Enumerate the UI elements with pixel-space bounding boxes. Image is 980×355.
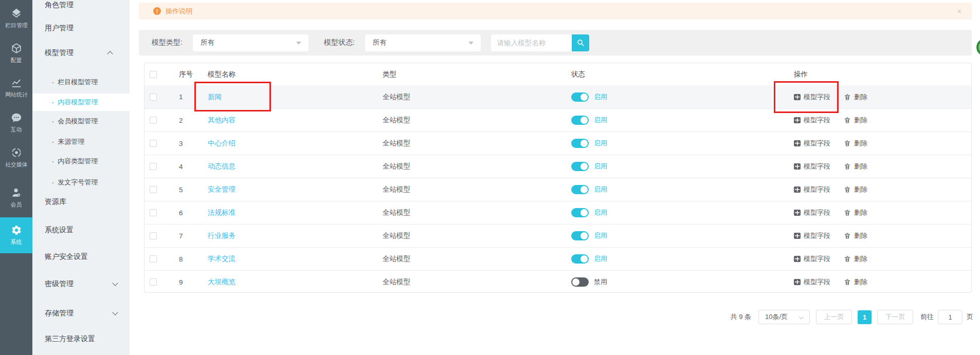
row-checkbox[interactable]: [150, 163, 157, 170]
model-status-select[interactable]: 所有: [365, 34, 481, 51]
rail-item-interaction[interactable]: 互动: [0, 108, 32, 138]
rail-item-system[interactable]: 系统: [0, 217, 32, 253]
model-fields-button[interactable]: 模型字段: [794, 139, 830, 148]
model-name-link[interactable]: 中心介绍: [208, 139, 383, 148]
header-seq: 序号: [179, 70, 208, 79]
table-icon: [794, 210, 801, 216]
sidebar-item-secrecy-mgmt[interactable]: 密级管理: [32, 275, 130, 293]
search-button[interactable]: [572, 34, 589, 51]
status-toggle[interactable]: [571, 139, 589, 148]
status-toggle[interactable]: [571, 208, 589, 217]
row-checkbox[interactable]: [150, 186, 157, 193]
model-fields-button[interactable]: 模型字段: [794, 92, 830, 102]
next-page-button[interactable]: 下一页: [877, 310, 913, 324]
status-label: 启用: [594, 92, 607, 102]
sidebar-item-model-mgmt[interactable]: 模型管理: [32, 44, 130, 62]
row-checkbox[interactable]: [150, 140, 157, 147]
delete-button[interactable]: 删除: [844, 92, 867, 102]
status-toggle[interactable]: [571, 185, 589, 194]
delete-label: 删除: [854, 277, 867, 287]
row-checkbox[interactable]: [150, 232, 157, 239]
model-type-select[interactable]: 所有: [193, 34, 308, 51]
sidebar-item-storage-mgmt[interactable]: 存储管理: [32, 305, 130, 322]
delete-button[interactable]: 删除: [844, 139, 867, 148]
status-toggle[interactable]: [571, 116, 589, 125]
delete-button[interactable]: 删除: [844, 116, 867, 125]
model-name-link[interactable]: 其他内容: [208, 116, 383, 125]
delete-button[interactable]: 删除: [844, 208, 867, 217]
table-row: 8 学术交流 全站模型 启用 模型字段 删除: [144, 247, 971, 270]
model-name-link[interactable]: 安全管理: [208, 185, 383, 194]
sidebar-item-account-security[interactable]: 账户安全设置: [32, 248, 130, 266]
model-fields-button[interactable]: 模型字段: [794, 185, 830, 194]
header-actions: 操作: [794, 70, 971, 79]
row-checkbox[interactable]: [150, 94, 157, 101]
row-seq: 6: [179, 209, 208, 217]
status-toggle[interactable]: [571, 162, 589, 171]
rail-item-config[interactable]: 配置: [0, 39, 32, 68]
row-checkbox[interactable]: [150, 278, 157, 286]
delete-button[interactable]: 删除: [844, 185, 867, 194]
delete-button[interactable]: 删除: [844, 231, 867, 240]
rail-item-column-mgmt[interactable]: 栏目管理: [0, 4, 32, 33]
sidebar-item-column-model-mgmt[interactable]: 栏目模型管理: [32, 73, 130, 91]
model-fields-button[interactable]: 模型字段: [794, 231, 830, 240]
row-checkbox[interactable]: [150, 255, 157, 263]
goto-page-input[interactable]: [938, 310, 963, 324]
prev-page-button[interactable]: 上一页: [816, 310, 852, 324]
model-fields-button[interactable]: 模型字段: [794, 208, 830, 217]
model-name-link[interactable]: 行业服务: [208, 231, 383, 240]
caret-down-icon: [296, 42, 301, 45]
model-name-link[interactable]: 学术交流: [208, 254, 383, 264]
model-name-link[interactable]: 法规标准: [208, 208, 383, 217]
chevron-down-icon: [112, 309, 118, 315]
status-toggle[interactable]: [571, 277, 589, 287]
delete-button[interactable]: 删除: [844, 254, 867, 264]
delete-button[interactable]: 删除: [844, 162, 867, 171]
sidebar-item-doc-number-mgmt[interactable]: 发文字号管理: [32, 174, 130, 191]
model-fields-button[interactable]: 模型字段: [794, 277, 830, 287]
delete-label: 删除: [854, 185, 867, 194]
main-content: ! 操作说明 × 模型类型: 所有 模型状态: 所有 序号 模型名称 类型 状态…: [130, 0, 980, 355]
table-icon: [794, 256, 801, 262]
model-fields-button[interactable]: 模型字段: [794, 116, 830, 125]
page-size-select[interactable]: 10条/页: [758, 310, 810, 324]
rail-item-social-media[interactable]: 社交媒体: [0, 143, 32, 173]
sidebar-item-system-settings[interactable]: 系统设置: [32, 221, 130, 239]
sidebar-item-thirdparty-login[interactable]: 第三方登录设置: [32, 330, 130, 348]
sidebar-item-source-mgmt[interactable]: 来源管理: [32, 133, 130, 151]
search-icon: [576, 39, 585, 47]
rail-item-site-stats[interactable]: 网站统计: [0, 73, 32, 103]
table-row: 3 中心介绍 全站模型 启用 模型字段 删除: [144, 132, 971, 155]
chat-icon: [11, 112, 22, 123]
model-name-link[interactable]: 大坝概览: [208, 277, 383, 287]
sidebar-item-content-model-mgmt[interactable]: 内容模型管理: [32, 94, 130, 111]
rail-item-member[interactable]: 会员: [0, 183, 32, 213]
status-toggle[interactable]: [571, 92, 589, 102]
status-label: 启用: [594, 208, 607, 217]
delete-button[interactable]: 删除: [844, 277, 867, 287]
sidebar-item-content-type-mgmt[interactable]: 内容类型管理: [32, 153, 130, 170]
sidebar-item-role-mgmt[interactable]: 角色管理: [32, 0, 130, 14]
row-checkbox[interactable]: [150, 209, 157, 216]
status-toggle[interactable]: [571, 231, 589, 240]
sidebar-item-label: 内容类型管理: [58, 157, 98, 166]
model-name-link[interactable]: 动态信息: [208, 162, 383, 171]
table-icon: [794, 163, 801, 170]
status-toggle[interactable]: [571, 254, 589, 264]
sidebar-item-user-mgmt[interactable]: 用户管理: [32, 20, 130, 37]
current-page[interactable]: 1: [858, 310, 872, 324]
table-row: 5 安全管理 全站模型 启用 模型字段 删除: [144, 178, 971, 201]
model-fields-button[interactable]: 模型字段: [794, 162, 830, 171]
sidebar-item-member-model-mgmt[interactable]: 会员模型管理: [32, 113, 130, 130]
sidebar-item-resource-library[interactable]: 资源库: [32, 193, 130, 211]
filter-bar: 模型类型: 所有 模型状态: 所有: [139, 30, 972, 55]
close-icon[interactable]: ×: [957, 7, 961, 15]
row-checkbox[interactable]: [150, 117, 157, 124]
table-icon: [794, 94, 801, 100]
model-fields-button[interactable]: 模型字段: [794, 254, 830, 264]
select-all-checkbox[interactable]: [150, 71, 157, 78]
layers-icon: [11, 8, 22, 19]
model-name-link[interactable]: 新闻: [208, 92, 383, 102]
search-input[interactable]: [491, 34, 572, 51]
